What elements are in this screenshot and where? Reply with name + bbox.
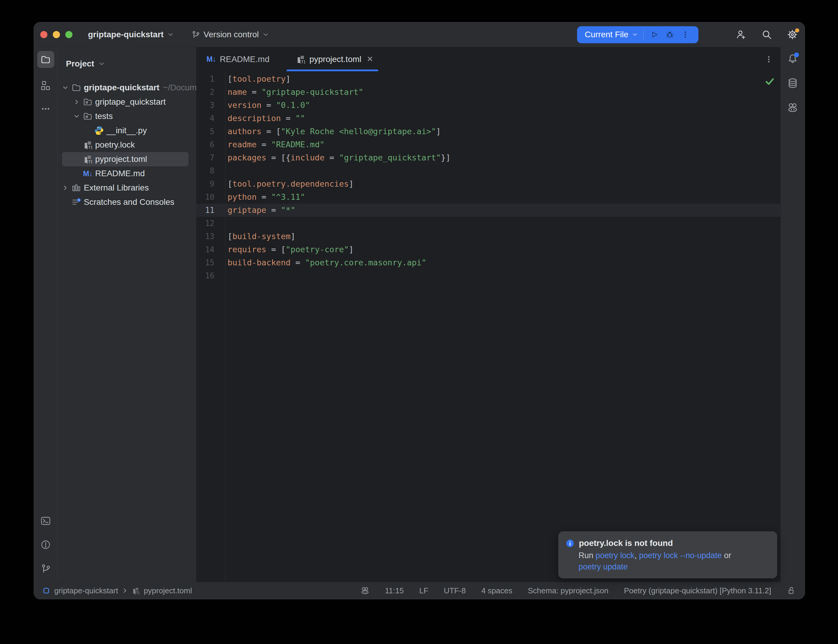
status-encoding[interactable]: UTF-8 [444, 586, 466, 595]
code-line-16[interactable]: 16 [196, 269, 780, 283]
code-line-5[interactable]: 5 authors = ["Kyle Roche <hello@griptape… [196, 125, 780, 138]
code-line-8[interactable]: 8 [196, 164, 780, 177]
tree-item-label: Scratches and Consoles [84, 197, 174, 207]
project-panel: Project griptape-quickstart ~/Docume gri… [58, 47, 196, 582]
status-line-ending[interactable]: LF [419, 586, 428, 595]
chevron-down-icon [99, 61, 105, 67]
status-schema[interactable]: Schema: pyproject.json [528, 586, 608, 595]
folder-src-icon [82, 97, 93, 107]
tree-item-scratches-and-consoles[interactable]: Scratches and Consoles [58, 195, 196, 209]
line-number: 13 [196, 230, 225, 243]
tab-pyproject-toml[interactable]: [T] pyproject.toml ✕ [287, 47, 378, 71]
chevron-right-icon[interactable] [60, 185, 71, 191]
chevron-right-icon[interactable] [71, 99, 82, 105]
notification-body: Run poetry lock, poetry lock --no-update… [578, 550, 769, 572]
tree-item-poetry-lock[interactable]: [T] poetry.lock [58, 138, 196, 152]
code-line-10[interactable]: 10 python = "^3.11" [196, 191, 780, 204]
settings-gear-icon[interactable] [787, 29, 798, 40]
vcs-widget[interactable]: Version control [191, 30, 269, 39]
tab-label: pyproject.toml [309, 54, 361, 64]
breadcrumb-file[interactable]: pyproject.toml [144, 586, 192, 595]
tree-item-griptape-quickstart[interactable]: griptape-quickstart ~/Docume [58, 80, 196, 95]
line-number: 2 [196, 85, 225, 99]
search-everywhere-button[interactable] [761, 29, 772, 40]
line-number: 12 [196, 217, 225, 230]
toml-icon: [T] [82, 154, 93, 164]
code-line-7[interactable]: 7 packages = [{include = "griptape_quick… [196, 151, 780, 164]
code-line-3[interactable]: 3 version = "0.1.0" [196, 99, 780, 112]
code-editor[interactable]: 1 [tool.poetry] 2 name = "griptape-quick… [196, 71, 780, 582]
line-number: 4 [196, 112, 225, 125]
minimize-window-button[interactable] [53, 31, 60, 38]
ai-assistant-tool-button[interactable] [787, 102, 799, 113]
notification-action-link[interactable]: poetry update [578, 562, 628, 571]
line-number: 3 [196, 99, 225, 112]
more-tool-windows-button[interactable] [40, 103, 51, 115]
more-run-options-button[interactable] [677, 28, 693, 41]
line-number: 8 [196, 164, 225, 177]
close-window-button[interactable] [40, 31, 48, 38]
toml-icon: [T] [295, 54, 306, 64]
window-controls [40, 31, 72, 38]
tab-readme-md[interactable]: M↓ README.md [198, 47, 276, 71]
tree-item-external-libraries[interactable]: External Libraries [58, 181, 196, 195]
unlocked-icon[interactable] [787, 586, 796, 595]
right-tool-strip [780, 47, 805, 582]
project-tool-button[interactable] [37, 51, 54, 68]
breadcrumb-project[interactable]: griptape-quickstart [54, 586, 118, 595]
chevron-down-icon[interactable] [71, 113, 82, 119]
notifications-bell-icon[interactable] [787, 53, 799, 64]
code-line-14[interactable]: 14 requires = ["poetry-core"] [196, 243, 780, 256]
divider [643, 30, 644, 39]
code-line-11[interactable]: 11 griptape = "*" [196, 204, 780, 217]
notification-action-link[interactable]: poetry lock --no-update [639, 551, 722, 560]
svg-text:[T]: [T] [299, 60, 306, 64]
tree-item--init-py[interactable]: __init__.py [58, 123, 196, 138]
libraries-icon [71, 183, 82, 192]
git-tool-button[interactable] [40, 563, 51, 574]
run-button[interactable] [647, 28, 662, 41]
editor-column: M↓ README.md [T] pyproject.toml ✕ 1 [too… [196, 47, 780, 582]
tree-item-tests[interactable]: tests [58, 109, 196, 123]
code-line-12[interactable]: 12 [196, 217, 780, 230]
structure-tool-button[interactable] [40, 80, 51, 91]
code-line-6[interactable]: 6 readme = "README.md" [196, 138, 780, 151]
notification-action-link[interactable]: poetry lock [596, 551, 634, 560]
problems-tool-button[interactable] [40, 539, 51, 550]
code-line-2[interactable]: 2 name = "griptape-quickstart" [196, 85, 780, 99]
tree-item-label: README.md [95, 169, 145, 178]
status-caret-position[interactable]: 11:15 [385, 586, 404, 595]
project-panel-header[interactable]: Project [58, 47, 196, 74]
ai-bot-status-icon[interactable] [361, 586, 370, 595]
close-tab-icon[interactable]: ✕ [367, 54, 373, 64]
tree-item-label: griptape-quickstart [84, 83, 159, 92]
run-config-selector[interactable]: Current File [585, 30, 628, 39]
titlebar-action-icons [735, 29, 798, 40]
folder-src-icon [82, 112, 93, 121]
code-line-1[interactable]: 1 [tool.poetry] [196, 72, 780, 85]
vcs-label: Version control [204, 30, 259, 39]
status-breadcrumbs: griptape-quickstart [T] pyproject.toml [42, 586, 192, 595]
project-widget[interactable]: griptape-quickstart [88, 30, 174, 39]
terminal-tool-button[interactable] [40, 515, 51, 527]
database-tool-button[interactable] [787, 77, 799, 89]
chevron-down-icon[interactable] [60, 85, 71, 90]
zoom-window-button[interactable] [65, 31, 72, 38]
tree-item-pyproject-toml[interactable]: [T] pyproject.toml [58, 152, 196, 166]
svg-text:[T]: [T] [86, 146, 92, 150]
code-line-4[interactable]: 4 description = "" [196, 112, 780, 125]
project-module-icon [42, 587, 50, 595]
notification-text: Run [578, 551, 596, 560]
tab-options-kebab-icon[interactable] [765, 56, 773, 63]
code-line-13[interactable]: 13 [build-system] [196, 230, 780, 243]
project-name: griptape-quickstart [88, 30, 164, 39]
tree-item-griptape-quickstart[interactable]: griptape_quickstart [58, 95, 196, 109]
status-interpreter[interactable]: Poetry (griptape-quickstart) [Python 3.1… [624, 586, 771, 595]
code-line-15[interactable]: 15 build-backend = "poetry.core.masonry.… [196, 256, 780, 269]
notification-popup[interactable]: poetry.lock is not found Run poetry lock… [558, 531, 777, 578]
code-with-me-button[interactable] [735, 29, 747, 40]
code-line-9[interactable]: 9 [tool.poetry.dependencies] [196, 177, 780, 191]
debug-button[interactable] [662, 28, 677, 41]
status-indent-setting[interactable]: 4 spaces [481, 586, 512, 595]
tree-item-readme-md[interactable]: M↓ README.md [58, 166, 196, 181]
